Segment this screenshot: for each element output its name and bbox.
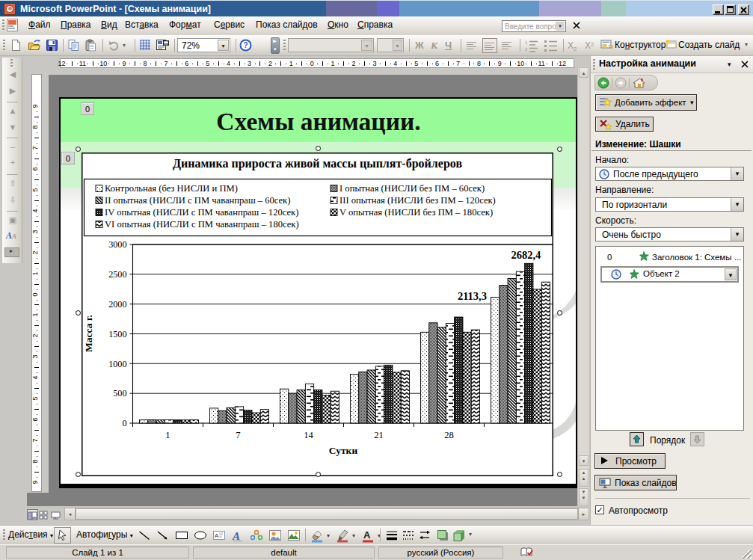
svg-text:2113,3: 2113,3 [458, 290, 487, 302]
svg-text:III опытная (НИСЛИ без ПМ – 12: III опытная (НИСЛИ без ПМ – 120сек) [339, 195, 496, 206]
svg-text:1: 1 [165, 430, 170, 440]
svg-text:21: 21 [374, 430, 384, 440]
svg-text:А: А [363, 529, 371, 541]
svg-text:A: A [215, 532, 219, 539]
svg-text:2000: 2000 [108, 299, 126, 310]
svg-text:3000: 3000 [108, 239, 126, 250]
svg-text:VI опытная (НИСЛИ с ПМ чаванпр: VI опытная (НИСЛИ с ПМ чаванпраш – 180се… [105, 219, 299, 230]
svg-text:7: 7 [236, 430, 240, 440]
svg-text:1000: 1000 [108, 359, 126, 369]
svg-text:II опытная (НИСЛИ с ПМ чаванпр: II опытная (НИСЛИ с ПМ чаванпраш – 60сек… [105, 195, 290, 206]
svg-text:1: 1 [525, 40, 528, 45]
svg-text:2682,4: 2682,4 [511, 249, 541, 261]
svg-text:0: 0 [122, 418, 126, 428]
svg-text:Масса г.: Масса г. [83, 315, 94, 352]
svg-text:500: 500 [113, 388, 126, 399]
svg-text:?: ? [243, 41, 248, 49]
svg-text:28: 28 [444, 430, 454, 440]
svg-text:Сутки: Сутки [329, 445, 358, 456]
svg-text:V опытная (НИСЛИ без ПМ – 180с: V опытная (НИСЛИ без ПМ – 180сек) [339, 207, 493, 218]
svg-text:Контрольная (без НИСЛИ и ПМ): Контрольная (без НИСЛИ и ПМ) [105, 183, 238, 194]
svg-text:IV опытная (НИСЛИ с ПМ чаванпр: IV опытная (НИСЛИ с ПМ чаванпраш – 120се… [105, 207, 298, 218]
svg-text:A: A [232, 530, 240, 542]
svg-text:Динамика прироста живой массы: Динамика прироста живой массы цыплят-бро… [173, 157, 462, 170]
svg-text:14: 14 [304, 430, 313, 440]
svg-text:2: 2 [525, 47, 528, 52]
svg-text:I опытная (НИСЛИ без ПМ – 60се: I опытная (НИСЛИ без ПМ – 60сек) [339, 183, 485, 194]
svg-text:1500: 1500 [108, 329, 126, 339]
svg-text:2500: 2500 [108, 269, 126, 280]
